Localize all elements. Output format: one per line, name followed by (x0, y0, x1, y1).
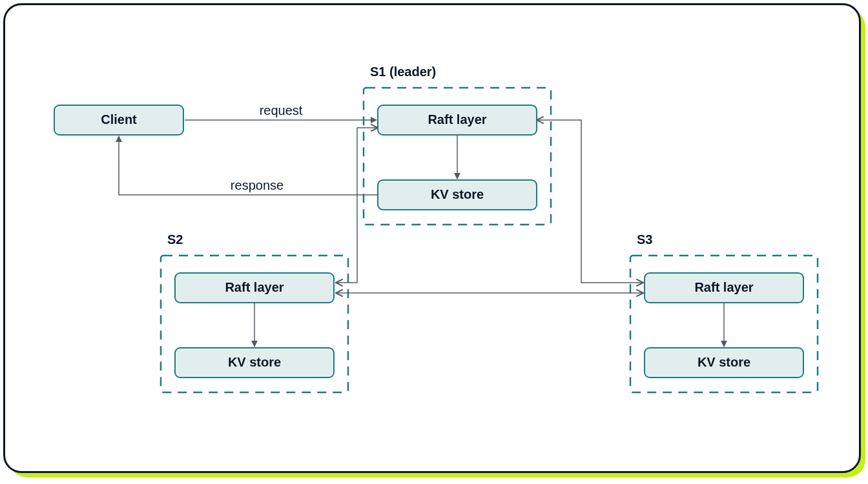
diagram-stage: Client S1 (leader) Raft layer KV store S… (0, 0, 868, 484)
group-title-s3: S3 (637, 232, 652, 247)
s2-raft-label: Raft layer (225, 280, 284, 294)
client-label: Client (101, 112, 137, 126)
s2-kv-label: KV store (228, 355, 281, 369)
group-title-s2: S2 (167, 232, 183, 247)
edge-s1-s2 (336, 128, 378, 283)
edge-label-request: request (260, 103, 303, 117)
group-title-s1: S1 (leader) (370, 65, 436, 79)
s1-raft-label: Raft layer (428, 112, 486, 126)
edge-label-response: response (231, 178, 284, 192)
diagram-card: Client S1 (leader) Raft layer KV store S… (3, 3, 861, 473)
edge-s1-s3 (537, 120, 643, 283)
s1-kv-label: KV store (431, 187, 484, 201)
s3-raft-label: Raft layer (694, 280, 753, 294)
s3-kv-label: KV store (698, 355, 750, 369)
raft-architecture-diagram: Client S1 (leader) Raft layer KV store S… (5, 5, 859, 471)
